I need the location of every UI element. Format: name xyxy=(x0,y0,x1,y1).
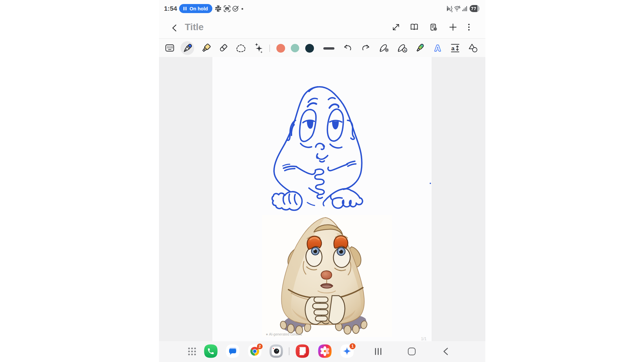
svg-text:A: A xyxy=(435,44,440,53)
svg-text:A: A xyxy=(404,48,406,52)
svg-text:a: a xyxy=(451,45,454,52)
